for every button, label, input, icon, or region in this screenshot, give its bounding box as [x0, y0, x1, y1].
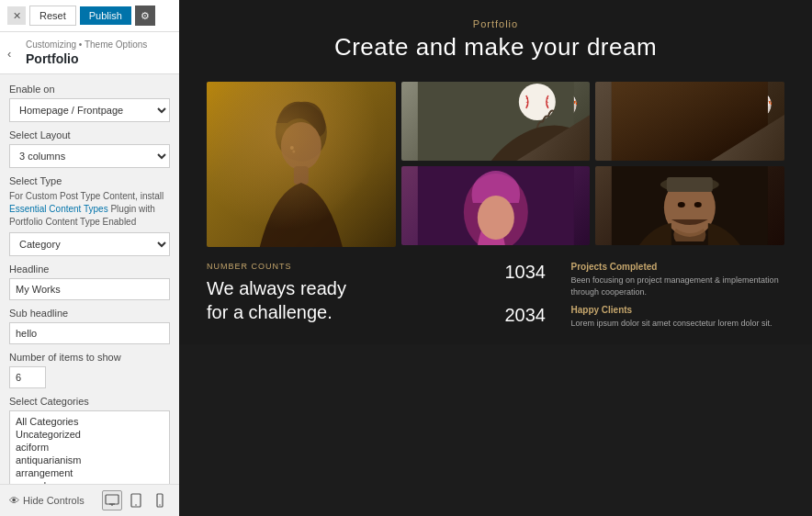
hide-controls-button[interactable]: 👁 Hide Controls [9, 495, 85, 506]
grid-item-2 [401, 82, 591, 161]
count2-info: Happy Clients Lorem ipsum dolor sit amet… [571, 305, 785, 330]
list-item[interactable]: arrangement [14, 466, 165, 479]
count2-title: Happy Clients [571, 305, 785, 315]
ect-link[interactable]: Essential Content Types [9, 204, 108, 214]
count1-info: Projects Completed Been focusing on proj… [571, 262, 785, 297]
categories-list[interactable]: All Categories Uncategorized aciform ant… [9, 410, 170, 484]
svg-rect-0 [106, 495, 118, 504]
number-items-label: Number of items to show [9, 352, 170, 363]
baseball-image [401, 82, 591, 161]
close-button[interactable]: ✕ [7, 6, 26, 25]
sub-headline-label: Sub headline [9, 308, 170, 319]
svg-point-16 [477, 196, 513, 240]
back-button[interactable]: ‹ [7, 46, 11, 60]
select-type-select[interactable]: Category [9, 232, 170, 256]
gear-icon: ⚙ [141, 10, 150, 22]
count1-title: Projects Completed [571, 262, 785, 272]
svg-point-23 [678, 202, 685, 208]
publish-button[interactable]: Publish [80, 6, 131, 25]
panel-content: Enable on Homepage / Frontpage Select La… [0, 74, 179, 484]
customizer-panel: ✕ Reset Publish ⚙ ‹ Customizing • Theme … [0, 0, 179, 516]
counts-left: Number Counts We always readyfor a chall… [207, 262, 487, 330]
svg-rect-18 [612, 82, 768, 161]
col-right-2 [595, 82, 784, 247]
bottom-bar: 👁 Hide Controls [0, 484, 179, 516]
select-layout-label: Select Layout [9, 129, 170, 140]
count2-number: 2034 [505, 305, 560, 330]
svg-point-7 [276, 103, 327, 162]
grid-item-4 [595, 82, 784, 161]
svg-point-11 [292, 151, 295, 153]
portfolio-section: Portfolio Create and make your dream [179, 0, 812, 82]
select-type-label: Select Type [9, 175, 170, 186]
enable-on-label: Enable on [9, 84, 170, 95]
select-layout-select[interactable]: 3 columns [9, 144, 170, 168]
count1-number: 1034 [505, 262, 560, 297]
preview-area: Portfolio Create and make your dream [179, 0, 812, 516]
portfolio-heading: Create and make your dream [207, 33, 784, 62]
number-items-input[interactable] [9, 366, 46, 388]
svg-point-4 [135, 504, 137, 506]
desktop-icon[interactable] [102, 490, 122, 510]
count1-desc: Been focusing on project management & im… [571, 275, 785, 297]
counts-right: 1034 Projects Completed Been focusing on… [505, 262, 785, 330]
gear-button[interactable]: ⚙ [135, 6, 155, 26]
portfolio-grid [179, 82, 812, 247]
select-type-note: For Custom Post Type Content, install Es… [9, 190, 170, 229]
counts-label: Number Counts [207, 262, 487, 271]
col-right-1 [401, 82, 591, 247]
svg-point-10 [290, 146, 294, 150]
eye-icon: 👁 [9, 495, 19, 506]
man-image [595, 166, 784, 245]
sub-headline-input[interactable] [9, 322, 170, 344]
count2-desc: Lorem ipsum dolor sit amet consectetur l… [571, 318, 785, 330]
headline-input[interactable] [9, 278, 170, 300]
top-bar: ✕ Reset Publish ⚙ [0, 0, 179, 32]
enable-on-select[interactable]: Homepage / Frontpage [9, 98, 170, 122]
svg-point-24 [694, 202, 702, 208]
select-categories-label: Select Categories [9, 396, 170, 407]
list-item[interactable]: aciform [14, 441, 165, 454]
svg-rect-9 [294, 166, 309, 185]
list-item[interactable]: antiquarianism [14, 454, 165, 466]
reset-button[interactable]: Reset [29, 6, 76, 26]
counts-section: Number Counts We always readyfor a chall… [179, 247, 812, 344]
breadcrumb: Customizing • Theme Options [26, 39, 170, 50]
list-item[interactable]: Uncategorized [14, 428, 165, 441]
hide-controls-label: Hide Controls [23, 495, 85, 506]
list-item[interactable]: All Categories [14, 415, 165, 428]
counts-heading: We always readyfor a challenge. [207, 276, 487, 324]
svg-point-6 [159, 504, 160, 505]
headline-label: Headline [9, 264, 170, 275]
svg-rect-22 [667, 177, 713, 192]
svg-point-13 [518, 84, 555, 120]
mobile-icon[interactable] [150, 490, 170, 510]
tablet-icon[interactable] [126, 490, 146, 510]
svg-point-8 [281, 122, 321, 170]
panel-title: Portfolio [26, 51, 170, 66]
top-right-image [595, 82, 784, 161]
grid-item-5 [595, 166, 784, 245]
preview-inner: Portfolio Create and make your dream [179, 0, 812, 516]
panel-header: ‹ Customizing • Theme Options Portfolio [0, 32, 179, 74]
portrait-image [207, 82, 396, 247]
device-icons [102, 490, 170, 510]
portfolio-label: Portfolio [207, 18, 784, 29]
grid-item-3 [401, 166, 591, 245]
grid-item-1 [207, 82, 396, 247]
girl-image [401, 166, 591, 245]
